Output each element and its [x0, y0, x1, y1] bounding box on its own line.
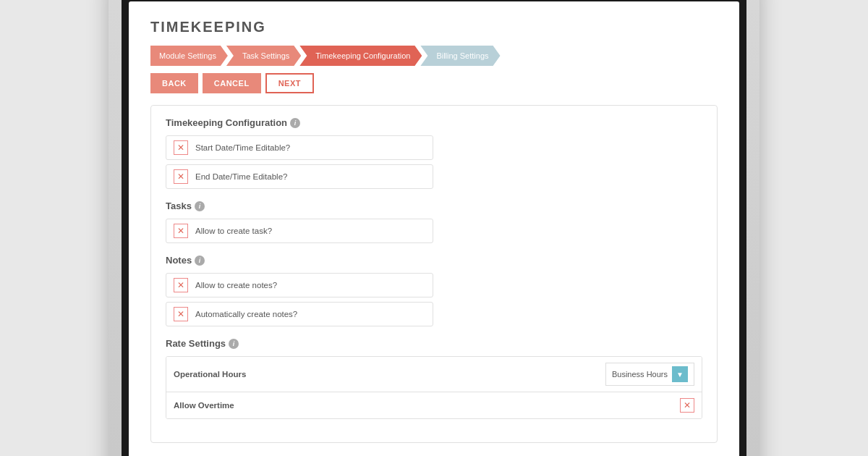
- operational-hours-label: Operational Hours: [174, 370, 598, 379]
- setting-row: ✕ Automatically create notes?: [166, 302, 433, 326]
- timekeeping-config-section: Timekeeping Configuration i ✕ Start Date…: [166, 117, 702, 189]
- app-content: TIMEKEEPING Module Settings Task Setting…: [129, 1, 739, 456]
- operational-hours-value: Business Hours ▼: [605, 363, 694, 386]
- cancel-button[interactable]: CANCEL: [203, 73, 261, 93]
- timekeeping-config-title: Timekeeping Configuration i: [166, 117, 702, 128]
- screen-bezel: TIMEKEEPING Module Settings Task Setting…: [122, 0, 746, 456]
- rate-settings-section: Rate Settings i Operational Hours Busine…: [166, 338, 702, 419]
- next-button[interactable]: NEXT: [265, 73, 314, 93]
- dropdown-arrow-icon: ▼: [672, 366, 688, 382]
- tasks-section: Tasks i ✕ Allow to create task?: [166, 200, 702, 243]
- info-icon-tasks: i: [195, 201, 205, 211]
- x-icon: ✕: [174, 169, 188, 184]
- x-icon: ✕: [174, 278, 188, 292]
- x-icon: ✕: [174, 140, 188, 155]
- setting-label: Start Date/Time Editable?: [195, 143, 290, 152]
- notes-section: Notes i ✕ Allow to create notes? ✕ Autom…: [166, 255, 702, 326]
- step-timekeeping-config[interactable]: Timekeeping Configuration: [299, 46, 422, 66]
- setting-label: End Date/Time Editable?: [195, 172, 287, 181]
- business-hours-dropdown[interactable]: Business Hours ▼: [605, 363, 694, 386]
- info-icon-notes: i: [195, 256, 205, 266]
- step-task-settings[interactable]: Task Settings: [226, 46, 301, 66]
- notes-title: Notes i: [166, 255, 702, 266]
- steps-breadcrumb: Module Settings Task Settings Timekeepin…: [150, 46, 718, 66]
- x-icon: ✕: [174, 224, 188, 238]
- allow-overtime-label: Allow Overtime: [174, 401, 673, 410]
- rate-row-operational: Operational Hours Business Hours ▼: [166, 357, 702, 392]
- step-billing-settings[interactable]: Billing Settings: [420, 46, 500, 66]
- rate-settings-title: Rate Settings i: [166, 338, 702, 349]
- setting-row: ✕ End Date/Time Editable?: [166, 164, 433, 189]
- back-button[interactable]: BACK: [150, 73, 198, 93]
- action-buttons: BACK CANCEL NEXT: [150, 73, 718, 93]
- x-icon-overtime: ✕: [680, 398, 694, 413]
- setting-row: ✕ Allow to create notes?: [166, 273, 433, 297]
- step-module-settings[interactable]: Module Settings: [150, 46, 228, 66]
- setting-label: Allow to create notes?: [195, 281, 277, 290]
- laptop-shell: TIMEKEEPING Module Settings Task Setting…: [109, 0, 760, 456]
- info-icon-timekeeping: i: [290, 118, 300, 128]
- rate-table: Operational Hours Business Hours ▼ Allow…: [166, 356, 702, 419]
- setting-row: ✕ Allow to create task?: [166, 219, 433, 243]
- x-icon: ✕: [174, 307, 188, 321]
- setting-row: ✕ Start Date/Time Editable?: [166, 135, 433, 160]
- form-container: Timekeeping Configuration i ✕ Start Date…: [150, 105, 718, 443]
- tasks-title: Tasks i: [166, 200, 702, 211]
- screen: TIMEKEEPING Module Settings Task Setting…: [129, 1, 739, 456]
- info-icon-rate: i: [229, 339, 239, 349]
- rate-row-overtime: Allow Overtime ✕: [166, 392, 702, 418]
- app-title: TIMEKEEPING: [150, 19, 718, 35]
- setting-label: Allow to create task?: [195, 227, 272, 235]
- setting-label: Automatically create notes?: [195, 310, 297, 318]
